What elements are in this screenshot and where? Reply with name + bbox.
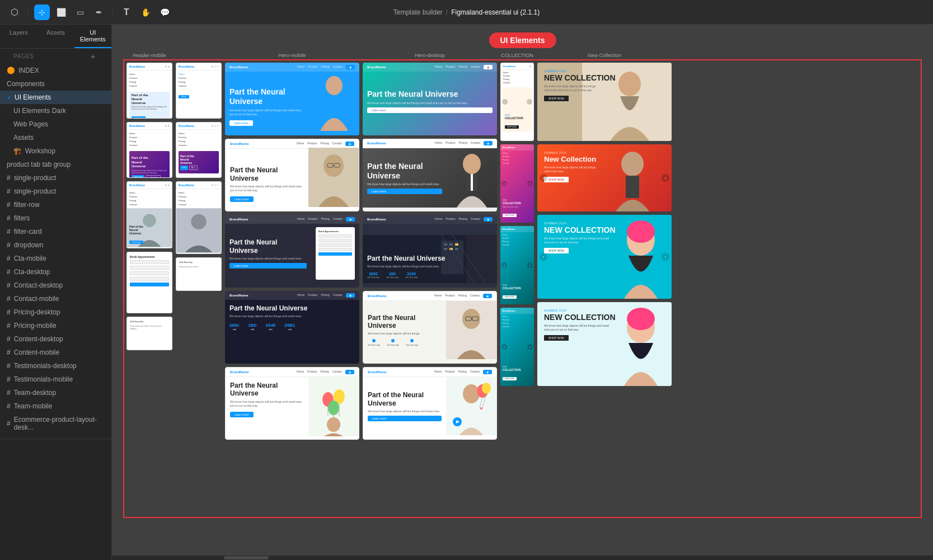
hero-card-blue-gradient[interactable]: BrandName HomeProductPricingContact ◉ Pa… bbox=[225, 63, 359, 135]
hero-card-white-woman[interactable]: BrandName HomeProductPricingContact ◉ Pa… bbox=[225, 139, 359, 211]
scrollbar-thumb[interactable] bbox=[224, 556, 269, 559]
hero-desktop-card-1[interactable]: BrandName HomeProductPricingContact ◉ Pa… bbox=[363, 63, 497, 135]
sidebar-item-ui-elements[interactable]: ✓ UI Elements bbox=[0, 91, 111, 104]
new-collection-card-2[interactable]: Summer 2024 New Collection We know how l… bbox=[537, 144, 672, 211]
move-tool-icon[interactable]: ⊹ bbox=[34, 4, 50, 20]
svg-point-3 bbox=[191, 214, 206, 229]
svg-rect-30 bbox=[455, 248, 458, 250]
svg-rect-28 bbox=[444, 248, 447, 250]
section-label-new-collection: New Collection bbox=[537, 53, 672, 58]
mobile-header-card-4[interactable]: BrandName ⊞◯✕ Home Product Pricing Conta… bbox=[176, 63, 222, 119]
sidebar-item-dropdown[interactable]: # dropdown bbox=[0, 238, 111, 252]
hash-icon-5: # bbox=[7, 228, 11, 236]
hash-icon-6: # bbox=[7, 241, 11, 249]
new-collection-card-4[interactable]: Summer 2024 NEW COLLECTION We know how l… bbox=[537, 302, 672, 386]
hash-icon-7: # bbox=[7, 255, 11, 262]
hash-icon-16: # bbox=[7, 375, 11, 383]
sidebar-item-single-product-1[interactable]: # single-product bbox=[0, 171, 111, 185]
shape-tool-icon[interactable]: ▭ bbox=[72, 4, 88, 20]
sidebar-item-team-mobile[interactable]: # Team-mobile bbox=[0, 399, 111, 413]
sidebar-item-filter-row[interactable]: # filter-row bbox=[0, 198, 111, 211]
mobile-header-card-3[interactable]: BrandName ⊞◉ Home Product Pricing Contac… bbox=[126, 181, 172, 248]
hash-icon-9: # bbox=[7, 281, 11, 289]
svg-point-4 bbox=[326, 76, 343, 95]
mobile-header-card-6[interactable]: BrandName ⊞◯✕ Home Product Pricing Conta… bbox=[176, 181, 222, 254]
svg-point-55 bbox=[627, 220, 655, 243]
divider-1 bbox=[28, 7, 29, 18]
pen-tool-icon[interactable]: ✒ bbox=[91, 4, 107, 20]
collection-card-2[interactable]: BrandName Home Product Pricing Contact N… bbox=[500, 144, 534, 223]
hero-card-balloon[interactable]: BrandName HomeProductPricingContact ◉ Pa… bbox=[225, 367, 359, 440]
hero-card-dark-arch2[interactable]: BrandName HomeProductPricingContact ◉ Pa… bbox=[225, 291, 359, 364]
hash-icon-4: # bbox=[7, 214, 11, 222]
toolbar-left: ⬡ ⊹ ⬜ ▭ ✒ T ✋ 💬 bbox=[7, 4, 172, 20]
sidebar-item-content-desktop[interactable]: # Content-desktop bbox=[0, 332, 111, 346]
add-page-button[interactable]: + bbox=[88, 51, 98, 62]
sidebar-item-ecommerce[interactable]: # Ecommerce-product-layout-desk... bbox=[0, 413, 111, 434]
comment-tool-icon[interactable]: 💬 bbox=[157, 4, 172, 20]
sidebar-tabs: Layers Assets UI Elements bbox=[0, 25, 111, 49]
svg-point-41 bbox=[482, 383, 491, 394]
sidebar-item-filters[interactable]: # filters bbox=[0, 211, 111, 225]
sidebar-item-filter-card[interactable]: # filter-card bbox=[0, 225, 111, 238]
collection-card-4[interactable]: BrandName Home Product Pricing Contact N… bbox=[500, 308, 534, 386]
mobile-header-card-5[interactable]: BrandName ⊞◯✕ Home Product Pricing Conta… bbox=[176, 122, 222, 178]
mobile-header-card-1[interactable]: BrandName ⊞◉ Home Product Pricing Contac… bbox=[126, 63, 172, 119]
section-label-header-mobile: Header-mobile bbox=[126, 53, 172, 58]
breadcrumb-parent: Template builder bbox=[393, 8, 443, 16]
hero-desktop-card-3[interactable]: BrandName HomeProductPricingContact ◉ bbox=[363, 215, 497, 288]
hash-icon-12: # bbox=[7, 322, 11, 330]
hash-icon-2: # bbox=[7, 187, 11, 195]
sidebar: Layers Assets UI Elements Pages + 🟠 INDE… bbox=[0, 25, 112, 560]
svg-point-19 bbox=[463, 154, 481, 174]
svg-rect-26 bbox=[449, 243, 453, 246]
tab-ui-elements[interactable]: UI Elements bbox=[74, 25, 111, 48]
mobile-header-card-2[interactable]: BrandName ⊞◉ Home Product Pricing Contac… bbox=[126, 122, 172, 178]
sidebar-item-testimonials-mobile[interactable]: # Testimonials-mobile bbox=[0, 373, 111, 386]
mobile-appointment-card[interactable]: Book Appointment bbox=[126, 252, 172, 313]
sidebar-item-pricing-mobile[interactable]: # Pricing-mobile bbox=[0, 319, 111, 332]
sidebar-item-components[interactable]: Components bbox=[0, 77, 111, 91]
sidebar-item-cta-desktop[interactable]: # Cta-desktop bbox=[0, 265, 111, 279]
sidebar-item-contact-mobile[interactable]: # Contact-mobile bbox=[0, 292, 111, 305]
svg-point-44 bbox=[480, 407, 482, 410]
sidebar-item-cta-mobile[interactable]: # Cta-mobile bbox=[0, 252, 111, 265]
tab-assets[interactable]: Assets bbox=[37, 25, 74, 48]
horizontal-scrollbar[interactable] bbox=[112, 556, 933, 560]
sidebar-item-contact-desktop[interactable]: # Contact-desktop bbox=[0, 279, 111, 292]
frame-tool-icon[interactable]: ⬜ bbox=[53, 4, 69, 20]
sidebar-item-product-tab[interactable]: product tab tab group bbox=[0, 158, 111, 171]
sidebar-item-index[interactable]: 🟠 INDEX bbox=[0, 64, 111, 77]
hero-card-dark-architecture[interactable]: BrandName HomeProductPricingContact ◉ Pa… bbox=[225, 215, 359, 288]
sidebar-item-web-pages[interactable]: Web Pages bbox=[0, 117, 111, 131]
sidebar-item-pricing-desktop[interactable]: # Pricing-desktop bbox=[0, 305, 111, 319]
hash-icon-19: # bbox=[7, 420, 11, 427]
collection-card-1[interactable]: BrandName ☰ Home Product Pricing Contact bbox=[500, 63, 534, 141]
sidebar-item-content-mobile[interactable]: # Content-mobile bbox=[0, 346, 111, 359]
workshop-icon: 🏗️ bbox=[13, 147, 22, 155]
ui-elements-badge: UI Elements bbox=[489, 32, 556, 48]
section-label-collection: COLLECTION bbox=[500, 53, 534, 58]
index-icon: 🟠 bbox=[7, 67, 15, 74]
hand-tool-icon[interactable]: ✋ bbox=[138, 4, 153, 20]
new-collection-card-1[interactable]: Summer 2024 NEW COLLECTION We know how l… bbox=[537, 63, 672, 141]
sidebar-item-team-desktop[interactable]: # Team-desktop bbox=[0, 386, 111, 399]
hero-desktop-card-2[interactable]: BrandName HomeProductPricingContact ◉ Pa… bbox=[363, 139, 497, 211]
new-collection-card-3[interactable]: Summer 2024 NEW COLLECTION We know how l… bbox=[537, 215, 672, 299]
sidebar-item-ui-elements-dark[interactable]: UI Elements Dark bbox=[0, 104, 111, 117]
sidebar-item-assets[interactable]: Assets bbox=[0, 131, 111, 144]
breadcrumb-current[interactable]: Figmaland-essential ui (2.1.1) bbox=[451, 8, 540, 16]
mobile-job-security-card[interactable]: Job Security Guarantee your future. Inve… bbox=[126, 317, 172, 350]
hero-desktop-card-5[interactable]: BrandName HomeProductPricingContact ◉ Pa… bbox=[363, 367, 497, 440]
sidebar-item-workshop[interactable]: 🏗️ Workshop bbox=[0, 144, 111, 158]
canvas-area[interactable]: UI Elements Header-mobile Hero-mobile He… bbox=[112, 25, 933, 560]
app-menu-icon[interactable]: ⬡ bbox=[7, 4, 22, 20]
sidebar-item-single-product-2[interactable]: # single-product bbox=[0, 185, 111, 198]
sidebar-item-testimonials-desktop[interactable]: # Testimonials-desktop bbox=[0, 359, 111, 373]
mobile-job-security-card-2[interactable]: Job Security Guarantee your future. bbox=[176, 257, 222, 291]
hero-desktop-card-4[interactable]: BrandName HomeProductPricingContact ◉ Pa… bbox=[363, 291, 497, 364]
hash-icon-1: # bbox=[7, 174, 11, 182]
collection-card-3[interactable]: BrandName Home Product Pricing Contact N… bbox=[500, 226, 534, 304]
text-tool-icon[interactable]: T bbox=[119, 4, 134, 20]
tab-layers[interactable]: Layers bbox=[0, 25, 37, 48]
